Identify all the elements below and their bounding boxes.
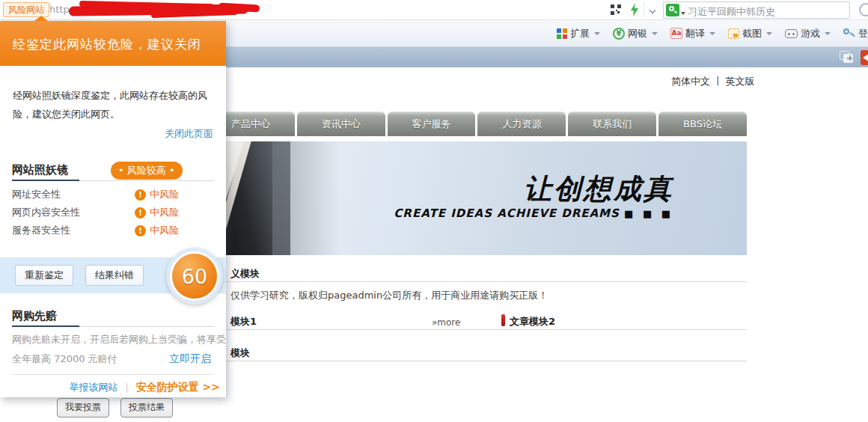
banner-squares: ■ ■ ■ [624, 208, 673, 219]
risk-level-badge: • 风险较高 • [111, 162, 183, 180]
new-tab-icon[interactable] [840, 51, 855, 64]
gamepad-icon [785, 29, 798, 38]
warning-icon: ! [135, 225, 146, 236]
nav-tab-service[interactable]: 客户服务 [388, 111, 476, 136]
footer-separator: | [126, 382, 129, 393]
compensation-text-line2: 全年最高 72000 元赔付 [12, 352, 117, 366]
module1-title: 模块1 [230, 315, 257, 328]
toolbar-banking[interactable]: ¥ 网银 [613, 27, 658, 40]
scanner-title: 网站照妖镜 [12, 163, 68, 177]
address-bar[interactable]: 风险网站 http 习近平回顾中韩历史 [0, 0, 868, 20]
article-flag-icon [501, 314, 505, 326]
security-warning-popup: 经鉴定此网站较危险，建议关闭 经网站照妖镜深度鉴定，此网站存在较高的风险，建议您… [0, 21, 226, 397]
safety-score-badge: 60 [166, 248, 223, 305]
lightning-icon[interactable] [630, 3, 639, 16]
popup-pointer-arrow [34, 16, 48, 21]
banner-title: 让创想成真 [394, 174, 673, 205]
divider [12, 326, 214, 327]
vote-result-button[interactable]: 投票结果 [120, 398, 173, 418]
risk-site-badge: 风险网站 [3, 2, 49, 17]
compensation-title: 网购先赔 [12, 309, 57, 323]
dropdown-arrow-icon[interactable] [709, 32, 715, 35]
more-link[interactable]: »more [432, 317, 460, 328]
warning-icon: ! [135, 189, 146, 201]
popup-footer: 举报该网站 | 安全防护设置 >> [0, 381, 226, 394]
section1-title: 义模块 [230, 267, 260, 281]
key-icon [843, 28, 855, 40]
popup-header: 经鉴定此网站较危险，建议关闭 [0, 21, 226, 66]
search-query-text[interactable]: 习近平回顾中韩历史 [688, 5, 775, 19]
lang-simplified-chinese[interactable]: 简体中文 [671, 75, 710, 88]
toolbar-screenshot[interactable]: 截图 [728, 27, 772, 40]
screenshot-icon [728, 28, 739, 39]
risk-level: 中风险 [150, 206, 179, 219]
chevron-down-icon[interactable] [649, 7, 655, 13]
extensions-icon [557, 28, 567, 39]
close-page-link[interactable]: 关闭此页面 [165, 127, 213, 141]
site-banner: 让创想成真 CREATE IDEAS ACHIEVE DREAMS ■ ■ ■ [207, 141, 747, 255]
toolbar-login-manager[interactable]: 登录管 [843, 27, 868, 40]
nav-tab-hr[interactable]: 人力资源 [477, 111, 566, 136]
vote-buttons: 我要投票 投票结果 [57, 398, 173, 418]
divider [12, 374, 214, 375]
site-navigation: 产品中心 资讯中心 客户服务 人力资源 联系我们 BBS论坛 [207, 111, 747, 136]
lang-separator: | [716, 75, 719, 88]
nav-tab-bbs[interactable]: BBS论坛 [658, 111, 747, 136]
banner-subtitle: CREATE IDEAS ACHIEVE DREAMS [394, 207, 620, 220]
divider [207, 361, 747, 361]
feedback-button[interactable]: 结果纠错 [85, 265, 144, 286]
compensation-text-line1: 网购先赔未开启，开启后若网购上当受骗，将享受 [12, 333, 226, 346]
banner-slogan: 让创想成真 CREATE IDEAS ACHIEVE DREAMS ■ ■ ■ [394, 174, 673, 220]
article2-title: 文章模块2 [510, 315, 555, 328]
divider [644, 2, 644, 17]
popup-warning-text: 经网站照妖镜深度鉴定，此网站存在较高的风险，建议您关闭此网页。 [13, 87, 213, 123]
risk-level: 中风险 [150, 224, 179, 237]
vote-button[interactable]: 我要投票 [57, 398, 109, 418]
dropdown-arrow-icon[interactable] [766, 32, 772, 35]
dropdown-arrow-icon[interactable] [825, 32, 831, 35]
divider [207, 281, 747, 282]
nav-tab-news[interactable]: 资讯中心 [297, 111, 385, 136]
search-button-icon[interactable] [859, 3, 868, 16]
risk-level: 中风险 [150, 188, 179, 201]
divider [207, 329, 524, 330]
url-redaction-scribble [69, 1, 256, 18]
search-engine-dropdown-icon[interactable] [681, 12, 685, 15]
dropdown-arrow-icon[interactable] [652, 32, 658, 35]
risk-row-content: 网页内容安全性 !中风险 [12, 206, 214, 221]
copyright-notice: 仅供学习研究，版权归pageadmin公司所有，用于商业用途请购买正版！ [230, 289, 548, 302]
toolbar-games[interactable]: 游戏 [785, 27, 831, 40]
dropdown-arrow-icon[interactable] [594, 32, 600, 35]
divider [500, 329, 747, 330]
qr-code-icon[interactable] [611, 4, 621, 15]
risk-row-server: 服务器安全性 !中风险 [12, 224, 214, 239]
side-panel-toggle-icon[interactable] [861, 50, 868, 65]
translate-icon: Aa [670, 28, 682, 39]
risk-row-url: 网址安全性 !中风险 [12, 188, 214, 203]
bank-shield-icon: ¥ [613, 28, 625, 40]
report-site-link[interactable]: 举报该网站 [70, 381, 118, 394]
search-input[interactable]: 习近平回顾中韩历史 [663, 1, 850, 19]
search-engine-icon[interactable] [666, 4, 679, 16]
section3-title: 模块 [230, 346, 250, 360]
toolbar-translate[interactable]: Aa 翻译 [670, 27, 715, 40]
lang-english[interactable]: 英文版 [725, 75, 754, 88]
toolbar-extensions[interactable]: 扩展 [557, 27, 600, 40]
rescan-button[interactable]: 重新鉴定 [15, 265, 73, 286]
url-text[interactable]: http [49, 4, 70, 15]
divider [12, 180, 214, 181]
warning-icon: ! [135, 207, 146, 218]
safety-score-value: 60 [170, 251, 219, 301]
security-settings-link[interactable]: 安全防护设置 >> [136, 381, 220, 394]
language-switch: 简体中文 | 英文版 [671, 75, 754, 88]
enable-now-link[interactable]: 立即开启 [169, 352, 211, 366]
nav-tab-contact[interactable]: 联系我们 [568, 111, 656, 136]
